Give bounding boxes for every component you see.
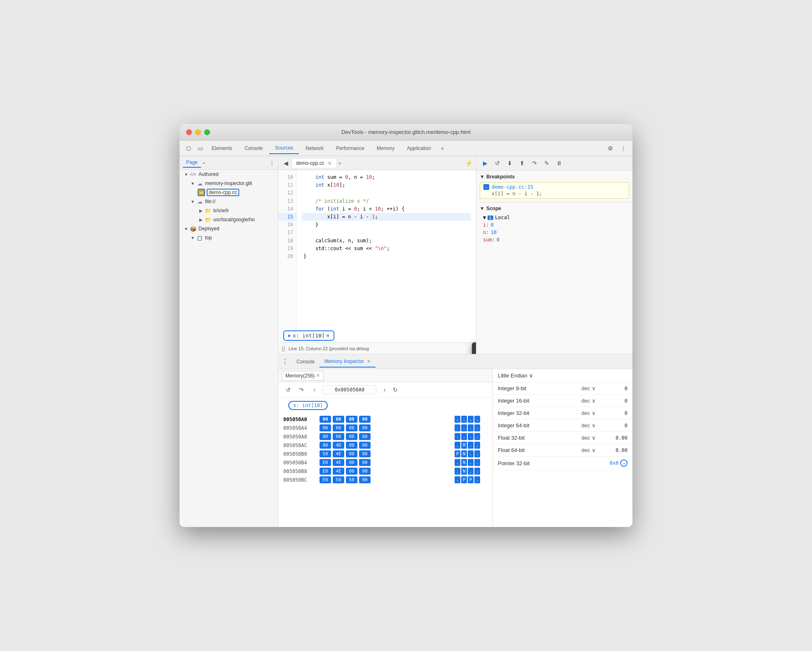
data-format-int8[interactable]: dec ∨ <box>581 385 606 391</box>
bottom-menu-icon[interactable]: ⋮ <box>282 358 288 365</box>
mem-byte[interactable]: 00 <box>359 459 371 466</box>
sidebar-item-deployed[interactable]: ▼ 📦 Deployed <box>180 224 278 233</box>
mem-byte[interactable]: 00 <box>359 424 371 431</box>
bp-file[interactable]: demo-cpp.cc:15 <box>492 184 533 190</box>
mem-byte[interactable]: 4E <box>333 468 344 475</box>
line-13[interactable]: 13 <box>278 197 296 205</box>
line-16[interactable]: 16 <box>278 221 296 229</box>
line-10[interactable]: 10 <box>278 173 296 181</box>
mem-byte[interactable]: 00 <box>346 468 357 475</box>
data-format-int16[interactable]: dec ∨ <box>581 398 606 404</box>
line-15[interactable]: 15 <box>278 213 296 221</box>
pause-btn[interactable]: ⏸ <box>554 158 565 169</box>
go-back-icon[interactable]: ◀ <box>280 157 292 169</box>
tab-application[interactable]: Application <box>401 143 437 154</box>
memory-256-close[interactable]: ✕ <box>316 373 320 378</box>
mem-byte[interactable]: E0 <box>320 476 331 483</box>
mem-byte[interactable]: 00 <box>359 476 371 483</box>
mem-address-input[interactable] <box>323 385 376 394</box>
mem-byte[interactable]: E0 <box>320 468 331 475</box>
sidebar-item-file[interactable]: ▼ ☁ file:// <box>180 197 278 206</box>
ctx-copy-property-path[interactable]: Copy property path <box>472 342 476 354</box>
settings-icon[interactable]: ⚙ <box>604 143 616 154</box>
mem-byte[interactable]: 50 <box>333 476 344 483</box>
data-format-float32[interactable]: dec ∨ <box>581 435 606 441</box>
minimize-button[interactable] <box>195 129 201 135</box>
step-btn[interactable]: ↷ <box>529 158 540 169</box>
curly-braces-icon[interactable]: {} <box>282 345 285 351</box>
device-icon[interactable]: ▭ <box>194 143 206 154</box>
line-12[interactable]: 12 <box>278 189 296 197</box>
line-20[interactable]: 20 <box>278 253 296 260</box>
sidebar-item-usr[interactable]: ▶ 📁 usr/local/google/ho <box>180 215 278 224</box>
step-into-btn[interactable]: ⬇ <box>504 158 515 169</box>
sidebar-item-memory-inspector-glit[interactable]: ▼ ☁ memory-inspector.glit <box>180 179 278 188</box>
mem-byte[interactable]: 50 <box>346 476 357 483</box>
bottom-tab-memory-inspector[interactable]: Memory Inspector ✕ <box>320 356 376 368</box>
mem-byte[interactable]: 00 <box>359 416 371 423</box>
mem-byte[interactable]: 00 <box>320 416 331 423</box>
endian-select[interactable]: Little Endian ∨ <box>498 372 533 379</box>
mem-byte[interactable]: 00 <box>359 450 371 457</box>
tab-network[interactable]: Network <box>300 143 329 154</box>
mem-forward-btn[interactable]: ↷ <box>296 385 306 395</box>
more-options-icon[interactable]: ⋮ <box>618 143 629 154</box>
step-out-btn[interactable]: ⬆ <box>517 158 527 169</box>
sidebar-item-authored[interactable]: ▼ </> Authored <box>180 170 278 179</box>
memory-256-tab[interactable]: Memory(256) ✕ <box>282 371 324 381</box>
mem-byte[interactable]: 00 <box>346 450 357 457</box>
mem-byte[interactable]: 4D <box>333 442 344 449</box>
data-format-int64[interactable]: dec ∨ <box>581 422 606 429</box>
mem-byte[interactable]: 50 <box>320 450 331 457</box>
mem-byte[interactable]: 00 <box>333 424 344 431</box>
bottom-tab-console[interactable]: Console <box>292 356 320 367</box>
mem-byte[interactable]: 00 <box>333 433 344 440</box>
pointer-link[interactable]: 0x0 → <box>609 459 628 467</box>
tab-close-icon[interactable]: ✕ <box>327 161 332 166</box>
deactivate-btn[interactable]: ✎ <box>541 158 552 169</box>
scope-var-sum[interactable]: sum: 0 <box>480 236 629 244</box>
tab-elements[interactable]: Elements <box>206 143 238 154</box>
sidebar-more-icon[interactable]: » <box>203 160 205 165</box>
line-18[interactable]: 18 <box>278 237 296 245</box>
line-14[interactable]: 14 <box>278 205 296 213</box>
scope-var-i[interactable]: i: 0 <box>480 221 629 229</box>
sidebar-item-top[interactable]: ▼ ▢ top <box>180 233 278 242</box>
var-tooltip[interactable]: ▶ x: int[10] ⊞ <box>283 330 334 341</box>
mem-byte[interactable]: 00 <box>320 433 331 440</box>
mem-next-btn[interactable]: › <box>380 385 390 395</box>
mem-byte[interactable]: 00 <box>346 459 357 466</box>
more-editor-tabs-icon[interactable]: » <box>338 160 341 166</box>
scope-var-n[interactable]: n: 10 <box>480 229 629 236</box>
tab-performance[interactable]: Performance <box>330 143 370 154</box>
sidebar-item-bswir[interactable]: ▶ 📁 b/s/w/ir <box>180 206 278 215</box>
resume-btn[interactable]: ▶ <box>480 158 490 169</box>
line-17[interactable]: 17 <box>278 229 296 237</box>
bottom-tab-close-icon[interactable]: ✕ <box>367 359 371 364</box>
mem-byte[interactable]: 4E <box>333 450 344 457</box>
mem-back-btn[interactable]: ↺ <box>283 385 293 395</box>
mem-byte[interactable]: 00 <box>346 433 357 440</box>
editor-tab-demo-cpp[interactable]: demo-cpp.cc ✕ <box>292 158 337 168</box>
mem-byte[interactable]: 00 <box>346 416 357 423</box>
mem-byte[interactable]: 00 <box>359 433 371 440</box>
tab-console[interactable]: Console <box>239 143 268 154</box>
line-11[interactable]: 11 <box>278 181 296 189</box>
sidebar-page-tab[interactable]: Page <box>183 158 201 168</box>
inspect-icon[interactable]: ⬡ <box>183 143 194 154</box>
maximize-button[interactable] <box>204 129 210 135</box>
mem-byte[interactable]: E0 <box>320 459 331 466</box>
step-over-btn[interactable]: ↺ <box>492 158 503 169</box>
mem-refresh-btn[interactable]: ↻ <box>393 386 398 393</box>
mem-byte[interactable]: 4E <box>333 459 344 466</box>
mem-prev-btn[interactable]: ‹ <box>310 385 320 395</box>
mem-byte[interactable]: 00 <box>359 442 371 449</box>
mem-byte[interactable]: 00 <box>359 468 371 475</box>
mem-byte[interactable]: 00 <box>346 442 357 449</box>
sidebar-menu-icon[interactable]: ⋮ <box>269 160 275 166</box>
mem-byte[interactable]: 00 <box>333 416 344 423</box>
data-format-float64[interactable]: dec ∨ <box>581 447 606 453</box>
mem-byte[interactable]: 80 <box>320 442 331 449</box>
tab-memory[interactable]: Memory <box>371 143 400 154</box>
mem-byte[interactable]: 00 <box>346 424 357 431</box>
